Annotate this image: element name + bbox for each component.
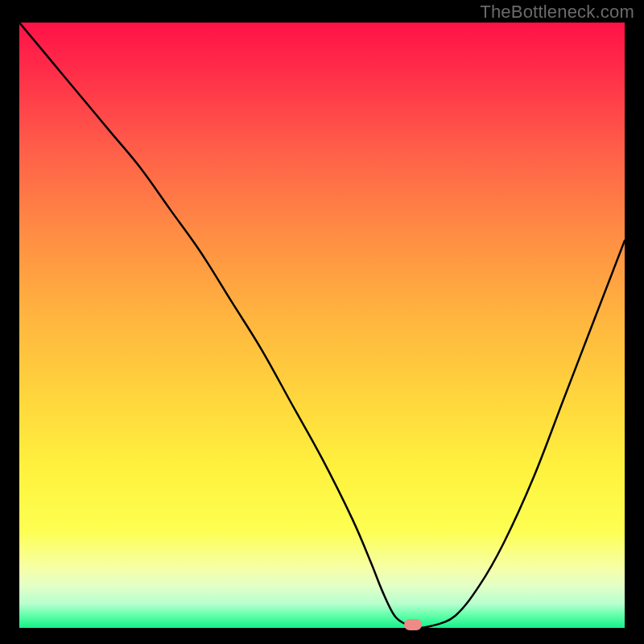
optimal-marker	[404, 619, 422, 630]
bottleneck-curve	[19, 23, 625, 628]
attribution-text: TheBottleneck.com	[480, 2, 634, 23]
plot-area	[19, 23, 625, 628]
curve-svg	[19, 23, 625, 628]
outer-frame: TheBottleneck.com	[0, 0, 644, 644]
